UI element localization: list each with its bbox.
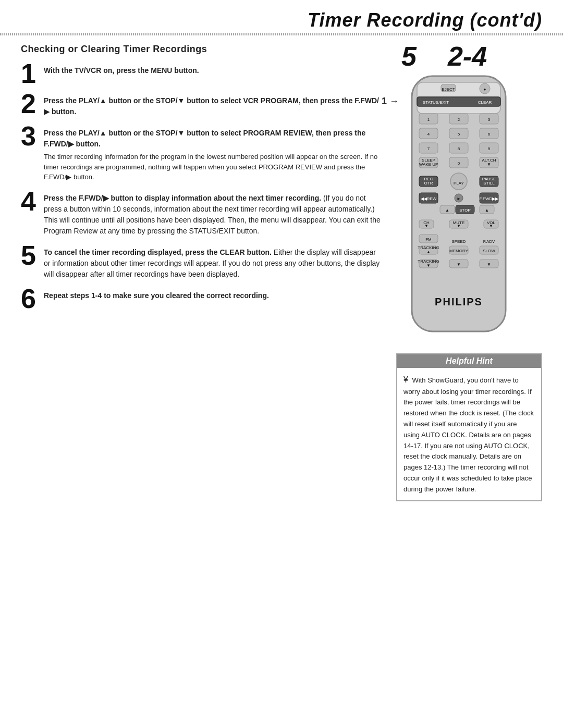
hint-bullet: ¥: [403, 375, 408, 384]
step-3-number: 3: [21, 122, 40, 150]
step-4-text: Press the F.FWD/▶ button to display info…: [44, 193, 381, 237]
svg-text:▼: ▼: [487, 162, 491, 167]
svg-text:7: 7: [427, 146, 430, 151]
step-6-content: Repeat steps 1-4 to make sure you cleare…: [44, 287, 381, 303]
svg-text:▲: ▲: [426, 250, 431, 254]
svg-text:EJECT: EJECT: [442, 87, 455, 92]
step-5-text: To cancel the timer recording displayed,…: [44, 247, 381, 280]
arrow-indicator: 1 →: [382, 96, 399, 107]
svg-text:SPEED: SPEED: [451, 239, 466, 244]
svg-text:3: 3: [488, 117, 491, 122]
step-4-number: 4: [21, 188, 40, 215]
svg-text:9: 9: [488, 146, 491, 151]
svg-text:WAKE UP: WAKE UP: [419, 162, 438, 167]
svg-text:PLAY: PLAY: [454, 181, 464, 186]
step-1-number: 1: [21, 60, 40, 87]
hint-text: ¥ With ShowGuard, you don't have to worr…: [403, 373, 535, 495]
svg-text:●: ●: [484, 87, 486, 92]
svg-text:PHILIPS: PHILIPS: [435, 296, 483, 307]
svg-text:2: 2: [458, 117, 460, 122]
svg-text:▼: ▼: [424, 224, 429, 228]
hint-content: ¥ With ShowGuard, you don't have to worr…: [397, 368, 541, 500]
step-3: 3 Press the PLAY/▲ button or the STOP/▼ …: [21, 125, 381, 184]
svg-text:F.FWD▶▶: F.FWD▶▶: [480, 196, 499, 201]
svg-text:▼: ▼: [457, 262, 461, 267]
page-header: Timer Recording (cont'd): [0, 0, 563, 34]
hint-title: Helpful Hint: [397, 354, 541, 368]
svg-text:1: 1: [427, 117, 430, 122]
step-5-content: To cancel the timer recording displayed,…: [44, 244, 381, 282]
svg-text:4: 4: [427, 132, 430, 137]
remote-container: 1 → EJECT ●: [396, 74, 521, 345]
step-5-number: 5: [21, 242, 40, 269]
svg-text:8: 8: [458, 146, 460, 151]
step-6-text: Repeat steps 1-4 to make sure you cleare…: [44, 290, 381, 301]
svg-text:STILL: STILL: [483, 181, 495, 186]
svg-text:SLOW: SLOW: [483, 249, 495, 253]
step-6: 6 Repeat steps 1-4 to make sure you clea…: [21, 287, 381, 312]
page-title: Timer Recording (cont'd): [308, 9, 542, 31]
step-1: 1 With the TV/VCR on, press the MENU but…: [21, 62, 381, 87]
svg-text:▲: ▲: [485, 208, 489, 213]
svg-text:▼: ▼: [487, 262, 491, 267]
svg-text:▼: ▼: [426, 263, 431, 268]
step-4-content: Press the F.FWD/▶ button to display info…: [44, 190, 381, 239]
main-content: Checking or Clearing Timer Recordings 1 …: [0, 35, 563, 501]
remote-svg: EJECT ● STATUS/EXIT CLEAR 1 2: [396, 74, 521, 345]
step-6-number: 6: [21, 285, 40, 312]
remote-numbers-row: 5 2-4: [396, 41, 542, 72]
step-2-content: Press the PLAY/▲ button or the STOP/▼ bu…: [44, 92, 381, 119]
svg-text:▲: ▲: [445, 208, 449, 213]
hint-box: Helpful Hint ¥ With ShowGuard, you don't…: [396, 353, 542, 501]
step-5: 5 To cancel the timer recording displaye…: [21, 244, 381, 282]
section-heading: Checking or Clearing Timer Recordings: [21, 44, 381, 55]
svg-text:▼: ▼: [489, 224, 493, 228]
left-column: Checking or Clearing Timer Recordings 1 …: [21, 35, 381, 501]
remote-number-5: 5: [401, 41, 417, 72]
step-4: 4 Press the F.FWD/▶ button to display in…: [21, 190, 381, 239]
svg-text:►: ►: [457, 196, 461, 201]
svg-text:STATUS/EXIT: STATUS/EXIT: [423, 100, 449, 105]
remote-number-24: 2-4: [448, 41, 487, 72]
svg-text:MEMORY: MEMORY: [449, 249, 469, 253]
svg-text:CLEAR: CLEAR: [478, 100, 492, 105]
step-3-bold: Press the PLAY/▲ button or the STOP/▼ bu…: [44, 128, 381, 150]
svg-text:◀◀REW: ◀◀REW: [421, 196, 437, 201]
step-3-normal: The timer recording information for the …: [44, 152, 381, 182]
svg-text:0: 0: [458, 161, 460, 166]
svg-text:STOP: STOP: [459, 208, 471, 213]
svg-text:▼: ▼: [457, 224, 461, 228]
svg-text:F.ADV: F.ADV: [483, 239, 495, 244]
step-1-text: With the TV/VCR on, press the MENU butto…: [44, 65, 381, 76]
step-2-number: 2: [21, 90, 40, 117]
step-2: 2 Press the PLAY/▲ button or the STOP/▼ …: [21, 92, 381, 119]
svg-text:FM: FM: [425, 237, 432, 242]
right-column: 5 2-4 1 → EJECT: [396, 35, 542, 501]
svg-text:6: 6: [488, 132, 491, 137]
step-2-text: Press the PLAY/▲ button or the STOP/▼ bu…: [44, 95, 381, 117]
svg-text:5: 5: [458, 132, 460, 137]
svg-text:OTR: OTR: [424, 181, 433, 186]
step-1-content: With the TV/VCR on, press the MENU butto…: [44, 62, 381, 78]
step-3-content: Press the PLAY/▲ button or the STOP/▼ bu…: [44, 125, 381, 184]
